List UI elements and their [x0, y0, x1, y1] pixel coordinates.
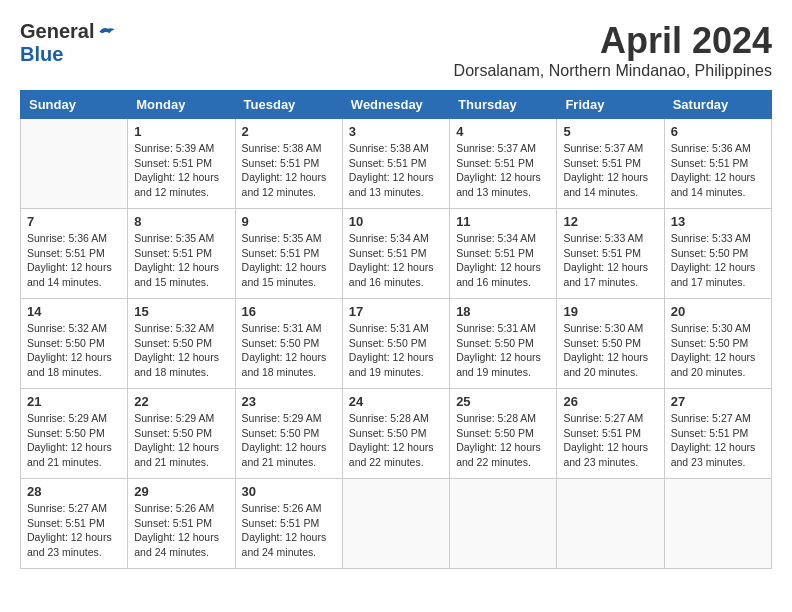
day-number: 25 [456, 394, 550, 409]
day-info: Sunrise: 5:29 AMSunset: 5:50 PMDaylight:… [242, 411, 336, 470]
day-number: 1 [134, 124, 228, 139]
calendar-cell: 2Sunrise: 5:38 AMSunset: 5:51 PMDaylight… [235, 119, 342, 209]
week-row-3: 14Sunrise: 5:32 AMSunset: 5:50 PMDayligh… [21, 299, 772, 389]
logo-general-text: General [20, 20, 94, 43]
day-number: 2 [242, 124, 336, 139]
calendar-cell [21, 119, 128, 209]
calendar-cell: 10Sunrise: 5:34 AMSunset: 5:51 PMDayligh… [342, 209, 449, 299]
day-number: 8 [134, 214, 228, 229]
day-info: Sunrise: 5:27 AMSunset: 5:51 PMDaylight:… [563, 411, 657, 470]
day-number: 30 [242, 484, 336, 499]
month-title: April 2024 [454, 20, 772, 62]
calendar-cell: 22Sunrise: 5:29 AMSunset: 5:50 PMDayligh… [128, 389, 235, 479]
day-number: 7 [27, 214, 121, 229]
day-info: Sunrise: 5:32 AMSunset: 5:50 PMDaylight:… [134, 321, 228, 380]
day-number: 24 [349, 394, 443, 409]
calendar-cell [450, 479, 557, 569]
weekday-header-row: SundayMondayTuesdayWednesdayThursdayFrid… [21, 91, 772, 119]
calendar-cell [342, 479, 449, 569]
calendar-cell: 9Sunrise: 5:35 AMSunset: 5:51 PMDaylight… [235, 209, 342, 299]
weekday-header-saturday: Saturday [664, 91, 771, 119]
day-info: Sunrise: 5:32 AMSunset: 5:50 PMDaylight:… [27, 321, 121, 380]
day-number: 6 [671, 124, 765, 139]
calendar-cell: 13Sunrise: 5:33 AMSunset: 5:50 PMDayligh… [664, 209, 771, 299]
week-row-5: 28Sunrise: 5:27 AMSunset: 5:51 PMDayligh… [21, 479, 772, 569]
day-info: Sunrise: 5:30 AMSunset: 5:50 PMDaylight:… [671, 321, 765, 380]
day-number: 5 [563, 124, 657, 139]
day-number: 23 [242, 394, 336, 409]
location-title: Dorsalanam, Northern Mindanao, Philippin… [454, 62, 772, 80]
day-number: 20 [671, 304, 765, 319]
day-info: Sunrise: 5:34 AMSunset: 5:51 PMDaylight:… [349, 231, 443, 290]
day-info: Sunrise: 5:30 AMSunset: 5:50 PMDaylight:… [563, 321, 657, 380]
weekday-header-sunday: Sunday [21, 91, 128, 119]
weekday-header-thursday: Thursday [450, 91, 557, 119]
calendar-cell: 21Sunrise: 5:29 AMSunset: 5:50 PMDayligh… [21, 389, 128, 479]
calendar-cell: 30Sunrise: 5:26 AMSunset: 5:51 PMDayligh… [235, 479, 342, 569]
weekday-header-wednesday: Wednesday [342, 91, 449, 119]
calendar-cell: 17Sunrise: 5:31 AMSunset: 5:50 PMDayligh… [342, 299, 449, 389]
calendar-cell: 28Sunrise: 5:27 AMSunset: 5:51 PMDayligh… [21, 479, 128, 569]
day-info: Sunrise: 5:33 AMSunset: 5:51 PMDaylight:… [563, 231, 657, 290]
day-info: Sunrise: 5:27 AMSunset: 5:51 PMDaylight:… [671, 411, 765, 470]
day-number: 18 [456, 304, 550, 319]
logo-bird-icon [96, 22, 116, 42]
day-number: 19 [563, 304, 657, 319]
day-number: 14 [27, 304, 121, 319]
calendar-cell: 24Sunrise: 5:28 AMSunset: 5:50 PMDayligh… [342, 389, 449, 479]
day-info: Sunrise: 5:29 AMSunset: 5:50 PMDaylight:… [27, 411, 121, 470]
weekday-header-monday: Monday [128, 91, 235, 119]
day-number: 27 [671, 394, 765, 409]
day-number: 10 [349, 214, 443, 229]
day-info: Sunrise: 5:38 AMSunset: 5:51 PMDaylight:… [242, 141, 336, 200]
weekday-header-friday: Friday [557, 91, 664, 119]
day-number: 12 [563, 214, 657, 229]
day-info: Sunrise: 5:31 AMSunset: 5:50 PMDaylight:… [456, 321, 550, 380]
day-number: 22 [134, 394, 228, 409]
calendar-cell: 14Sunrise: 5:32 AMSunset: 5:50 PMDayligh… [21, 299, 128, 389]
calendar-cell: 18Sunrise: 5:31 AMSunset: 5:50 PMDayligh… [450, 299, 557, 389]
calendar-cell: 20Sunrise: 5:30 AMSunset: 5:50 PMDayligh… [664, 299, 771, 389]
calendar-cell: 15Sunrise: 5:32 AMSunset: 5:50 PMDayligh… [128, 299, 235, 389]
day-number: 3 [349, 124, 443, 139]
day-info: Sunrise: 5:35 AMSunset: 5:51 PMDaylight:… [242, 231, 336, 290]
day-info: Sunrise: 5:26 AMSunset: 5:51 PMDaylight:… [242, 501, 336, 560]
day-info: Sunrise: 5:35 AMSunset: 5:51 PMDaylight:… [134, 231, 228, 290]
day-info: Sunrise: 5:37 AMSunset: 5:51 PMDaylight:… [456, 141, 550, 200]
week-row-2: 7Sunrise: 5:36 AMSunset: 5:51 PMDaylight… [21, 209, 772, 299]
calendar-cell: 3Sunrise: 5:38 AMSunset: 5:51 PMDaylight… [342, 119, 449, 209]
page-header: General Blue April 2024 Dorsalanam, Nort… [20, 20, 772, 80]
weekday-header-tuesday: Tuesday [235, 91, 342, 119]
calendar-cell: 19Sunrise: 5:30 AMSunset: 5:50 PMDayligh… [557, 299, 664, 389]
day-number: 17 [349, 304, 443, 319]
calendar-cell: 29Sunrise: 5:26 AMSunset: 5:51 PMDayligh… [128, 479, 235, 569]
day-number: 4 [456, 124, 550, 139]
day-info: Sunrise: 5:34 AMSunset: 5:51 PMDaylight:… [456, 231, 550, 290]
logo-blue-text: Blue [20, 43, 63, 66]
calendar-cell: 8Sunrise: 5:35 AMSunset: 5:51 PMDaylight… [128, 209, 235, 299]
day-info: Sunrise: 5:29 AMSunset: 5:50 PMDaylight:… [134, 411, 228, 470]
week-row-1: 1Sunrise: 5:39 AMSunset: 5:51 PMDaylight… [21, 119, 772, 209]
day-number: 29 [134, 484, 228, 499]
day-number: 21 [27, 394, 121, 409]
day-info: Sunrise: 5:36 AMSunset: 5:51 PMDaylight:… [671, 141, 765, 200]
calendar-cell: 27Sunrise: 5:27 AMSunset: 5:51 PMDayligh… [664, 389, 771, 479]
calendar-cell: 6Sunrise: 5:36 AMSunset: 5:51 PMDaylight… [664, 119, 771, 209]
day-info: Sunrise: 5:38 AMSunset: 5:51 PMDaylight:… [349, 141, 443, 200]
week-row-4: 21Sunrise: 5:29 AMSunset: 5:50 PMDayligh… [21, 389, 772, 479]
calendar-cell: 16Sunrise: 5:31 AMSunset: 5:50 PMDayligh… [235, 299, 342, 389]
calendar-cell: 12Sunrise: 5:33 AMSunset: 5:51 PMDayligh… [557, 209, 664, 299]
day-info: Sunrise: 5:26 AMSunset: 5:51 PMDaylight:… [134, 501, 228, 560]
day-number: 16 [242, 304, 336, 319]
calendar-cell [557, 479, 664, 569]
calendar-cell: 26Sunrise: 5:27 AMSunset: 5:51 PMDayligh… [557, 389, 664, 479]
calendar-cell: 7Sunrise: 5:36 AMSunset: 5:51 PMDaylight… [21, 209, 128, 299]
day-info: Sunrise: 5:36 AMSunset: 5:51 PMDaylight:… [27, 231, 121, 290]
day-number: 28 [27, 484, 121, 499]
calendar-cell: 25Sunrise: 5:28 AMSunset: 5:50 PMDayligh… [450, 389, 557, 479]
day-number: 11 [456, 214, 550, 229]
calendar-cell: 4Sunrise: 5:37 AMSunset: 5:51 PMDaylight… [450, 119, 557, 209]
day-info: Sunrise: 5:33 AMSunset: 5:50 PMDaylight:… [671, 231, 765, 290]
day-number: 9 [242, 214, 336, 229]
day-info: Sunrise: 5:31 AMSunset: 5:50 PMDaylight:… [242, 321, 336, 380]
